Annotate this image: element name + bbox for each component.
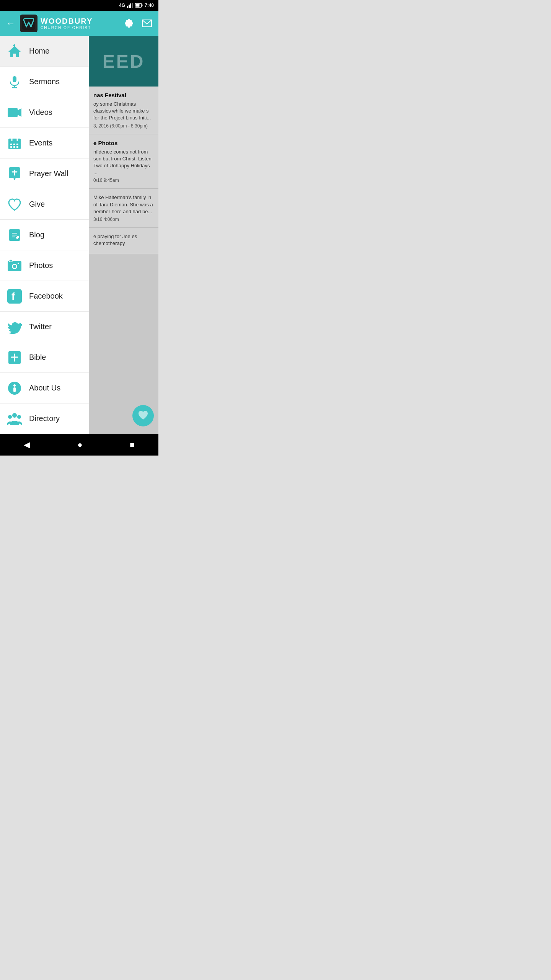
brand-name: WOODBURY: [41, 17, 93, 26]
bible-label: Bible: [29, 353, 46, 362]
main-container: Home Sermons Videos: [0, 36, 158, 434]
status-bar: 4G 7:40: [0, 0, 158, 11]
feed-card-0-text: oy some Christmas classics while we make…: [93, 101, 154, 122]
header-left: ← WOODBURY CHURCH OF CHRIST: [6, 15, 93, 32]
sidebar-item-facebook[interactable]: f Facebook: [0, 281, 89, 312]
feed-card-2[interactable]: Mike Halterman's family in of Tara Diema…: [89, 189, 158, 228]
svg-rect-23: [16, 144, 18, 145]
time-display: 7:40: [145, 3, 154, 8]
sidebar-item-home[interactable]: Home: [0, 36, 89, 67]
svg-rect-0: [127, 6, 128, 8]
nav-back-button[interactable]: ◀: [24, 440, 30, 450]
svg-rect-1: [129, 5, 130, 8]
brand-subtitle: CHURCH OF CHRIST: [41, 26, 93, 30]
calendar-icon: [6, 135, 23, 152]
sidebar-item-photos[interactable]: Photos: [0, 250, 89, 281]
sidebar-item-sermons[interactable]: Sermons: [0, 67, 89, 97]
nav-home-button[interactable]: ●: [77, 440, 82, 450]
svg-rect-25: [13, 146, 15, 148]
back-button[interactable]: ←: [6, 18, 15, 29]
svg-rect-24: [10, 146, 12, 148]
sidebar-item-prayer-wall[interactable]: Prayer Wall: [0, 158, 89, 189]
sidebar-item-give[interactable]: Give: [0, 189, 89, 220]
svg-point-37: [18, 263, 19, 264]
sermons-label: Sermons: [29, 77, 60, 86]
video-icon: [6, 104, 23, 121]
fab-heart-icon: [138, 410, 148, 421]
videos-label: Videos: [29, 108, 52, 117]
message-button[interactable]: [142, 19, 152, 28]
sidebar-item-about-us[interactable]: About Us: [0, 373, 89, 403]
about-us-label: About Us: [29, 384, 60, 392]
svg-rect-34: [9, 260, 12, 262]
battery-icon: [135, 3, 143, 8]
facebook-icon: f: [6, 288, 23, 305]
events-label: Events: [29, 139, 52, 147]
svg-rect-9: [13, 44, 14, 46]
header-right: [124, 18, 152, 28]
svg-rect-21: [10, 144, 12, 145]
feed-card-3-text: e praying for Joe es chemotherapy: [93, 233, 154, 247]
feed-card-1[interactable]: e Photos nfidence comes not from son but…: [89, 134, 158, 189]
feed-card-3[interactable]: e praying for Joe es chemotherapy: [89, 228, 158, 254]
blog-icon: [6, 227, 23, 243]
home-icon: [6, 43, 23, 60]
svg-rect-26: [16, 146, 18, 148]
nav-recents-button[interactable]: ■: [130, 440, 135, 450]
svg-rect-5: [142, 5, 142, 7]
prayer-icon: [6, 165, 23, 182]
sidebar-item-twitter[interactable]: Twitter: [0, 312, 89, 342]
feed-card-1-text: nfidence comes not from son but from Chr…: [93, 149, 154, 176]
sidebar-item-events[interactable]: Events: [0, 128, 89, 158]
svg-rect-22: [13, 144, 15, 145]
feed-card-2-date: 3/16 4:06pm: [93, 217, 154, 222]
svg-rect-6: [135, 4, 139, 7]
twitter-icon: [6, 318, 23, 335]
sidebar-item-directory[interactable]: Directory: [0, 403, 89, 434]
svg-marker-16: [18, 108, 21, 117]
svg-rect-12: [13, 76, 16, 82]
bible-icon: [6, 349, 23, 366]
photos-icon: [6, 257, 23, 274]
sidebar-item-blog[interactable]: Blog: [0, 220, 89, 250]
svg-point-48: [17, 415, 21, 419]
photos-label: Photos: [29, 261, 53, 270]
fab-button[interactable]: [132, 405, 154, 426]
signal-bars-icon: [127, 3, 133, 8]
directory-label: Directory: [29, 414, 60, 423]
settings-button[interactable]: [124, 18, 134, 28]
signal-icon: 4G: [119, 3, 125, 8]
logo-icon: [20, 15, 37, 32]
status-icons: 4G 7:40: [119, 3, 154, 8]
sidebar-item-bible[interactable]: Bible: [0, 342, 89, 373]
svg-point-44: [13, 384, 16, 387]
feed-banner-text: EED: [103, 51, 145, 72]
feed-card-0-title: nas Festival: [93, 92, 154, 98]
directory-icon: [6, 410, 23, 427]
svg-rect-18: [8, 139, 21, 142]
feed-banner: EED: [89, 36, 158, 87]
home-label: Home: [29, 47, 49, 56]
facebook-label: Facebook: [29, 292, 63, 301]
svg-text:f: f: [11, 291, 15, 302]
give-label: Give: [29, 200, 45, 209]
prayer-wall-label: Prayer Wall: [29, 169, 68, 178]
microphone-icon: [6, 74, 23, 90]
feed-card-0[interactable]: nas Festival oy some Christmas classics …: [89, 87, 158, 134]
svg-rect-45: [13, 387, 16, 392]
svg-rect-2: [130, 3, 131, 8]
feed-card-0-date: 3, 2016 (6:00pm - 8:30pm): [93, 123, 154, 129]
feed-card-1-date: 0/16 9:45am: [93, 178, 154, 183]
svg-point-47: [8, 415, 12, 419]
bottom-nav: ◀ ● ■: [0, 434, 158, 456]
twitter-label: Twitter: [29, 322, 52, 331]
blog-label: Blog: [29, 230, 44, 239]
svg-rect-15: [8, 108, 18, 117]
feed-card-2-text: Mike Halterman's family in of Tara Diema…: [93, 194, 154, 215]
sidebar-item-videos[interactable]: Videos: [0, 97, 89, 128]
logo-area: WOODBURY CHURCH OF CHRIST: [20, 15, 93, 32]
feed-card-1-title: e Photos: [93, 140, 154, 146]
logo-text: WOODBURY CHURCH OF CHRIST: [41, 17, 93, 30]
feed-content: EED nas Festival oy some Christmas class…: [89, 36, 158, 434]
about-icon: [6, 380, 23, 397]
